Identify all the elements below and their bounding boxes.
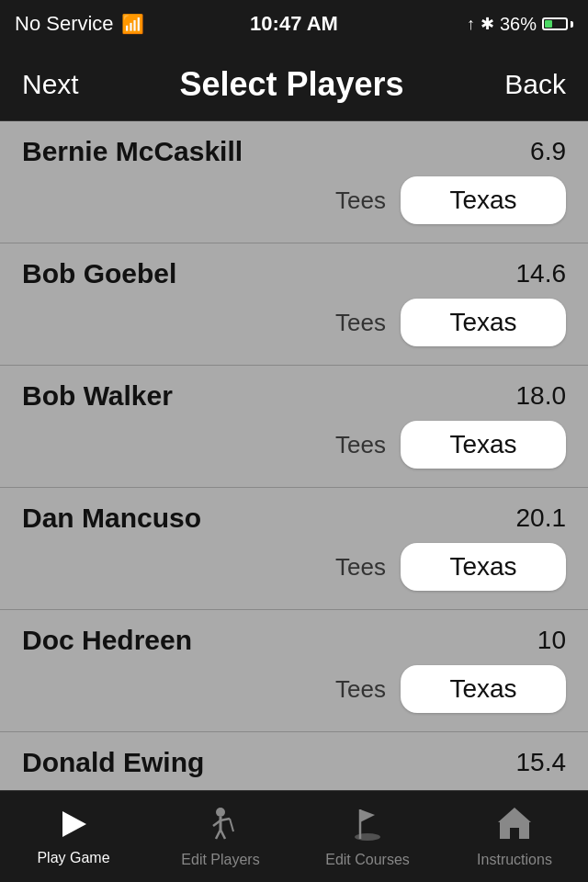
player-handicap: 15.4 [516, 748, 567, 777]
tab-instructions-label: Instructions [477, 852, 552, 868]
tees-label: Tees [335, 309, 386, 337]
edit-players-icon [202, 806, 239, 848]
player-row: Bob Walker18.0 [22, 380, 566, 412]
player-handicap: 18.0 [516, 381, 567, 411]
tees-label: Tees [335, 553, 386, 582]
player-name: Dan Mancuso [22, 503, 201, 534]
tees-selector[interactable]: Texas [401, 421, 566, 469]
player-section: Doc Hedreen10TeesTexas [0, 610, 588, 732]
tees-selector[interactable]: Texas [401, 176, 566, 224]
tab-play-game-label: Play Game [37, 850, 109, 866]
carrier-label: No Service [15, 12, 114, 36]
player-name: Donald Ewing [22, 747, 204, 778]
player-row: Bob Goebel14.6 [22, 258, 566, 289]
player-name: Doc Hedreen [22, 625, 192, 656]
tees-selector[interactable]: Texas [401, 665, 566, 713]
player-section: Dan Mancuso20.1TeesTexas [0, 488, 588, 610]
play-game-icon [57, 808, 90, 846]
tees-row: TeesTexas [22, 176, 566, 224]
svg-marker-9 [360, 809, 375, 822]
tees-selector[interactable]: Texas [401, 299, 566, 346]
player-handicap: 14.6 [516, 259, 567, 288]
tees-row: TeesTexas [22, 665, 566, 713]
player-row: Donald Ewing15.4 [22, 747, 566, 778]
bluetooth-icon: ✱ [481, 14, 494, 34]
player-section: Donald Ewing15.4 [0, 732, 588, 790]
tees-row: TeesTexas [22, 299, 566, 346]
tab-bar: Play Game Edit Players [0, 790, 588, 882]
tees-row: TeesTexas [22, 543, 566, 591]
player-row: Doc Hedreen10 [22, 625, 566, 656]
player-handicap: 20.1 [516, 503, 567, 533]
tees-row: TeesTexas [22, 421, 566, 469]
svg-point-1 [216, 808, 225, 817]
next-button[interactable]: Next [22, 69, 79, 100]
tab-instructions[interactable]: Instructions [441, 806, 588, 868]
player-name: Bob Walker [22, 380, 173, 412]
player-row: Bernie McCaskill6.9 [22, 136, 566, 167]
back-button[interactable]: Back [504, 69, 566, 100]
svg-line-6 [220, 830, 225, 839]
status-bar: No Service 📶 10:47 AM ↑ ✱ 36% [0, 0, 588, 48]
edit-courses-icon [349, 806, 386, 848]
tab-edit-courses[interactable]: Edit Courses [294, 806, 441, 868]
player-name: Bob Goebel [22, 258, 176, 289]
nav-bar: Next Select Players Back [0, 48, 588, 121]
svg-point-10 [355, 833, 380, 841]
tab-play-game[interactable]: Play Game [0, 808, 147, 866]
svg-marker-13 [498, 808, 531, 822]
svg-line-5 [216, 830, 220, 839]
svg-rect-12 [510, 828, 519, 839]
battery-icon [542, 17, 573, 30]
tab-edit-players-label: Edit Players [181, 852, 259, 868]
tab-edit-players[interactable]: Edit Players [147, 806, 294, 868]
svg-line-7 [230, 819, 233, 831]
player-name: Bernie McCaskill [22, 136, 243, 167]
player-handicap: 10 [537, 626, 566, 655]
player-row: Dan Mancuso20.1 [22, 503, 566, 534]
nav-title: Select Players [179, 65, 403, 104]
wifi-icon: 📶 [121, 13, 144, 35]
instructions-icon [496, 806, 533, 848]
player-section: Bob Goebel14.6TeesTexas [0, 243, 588, 366]
tab-edit-courses-label: Edit Courses [325, 852, 410, 868]
player-handicap: 6.9 [530, 137, 566, 166]
tees-label: Tees [335, 675, 386, 704]
tees-label: Tees [335, 431, 386, 459]
tees-selector[interactable]: Texas [401, 543, 566, 591]
player-list: Bernie McCaskill6.9TeesTexasBob Goebel14… [0, 121, 588, 790]
battery-percent: 36% [500, 14, 537, 35]
tees-label: Tees [335, 187, 386, 215]
player-section: Bob Walker18.0TeesTexas [0, 366, 588, 488]
svg-marker-0 [62, 811, 86, 837]
time-label: 10:47 AM [250, 12, 338, 36]
location-icon: ↑ [467, 15, 475, 34]
player-section: Bernie McCaskill6.9TeesTexas [0, 121, 588, 243]
